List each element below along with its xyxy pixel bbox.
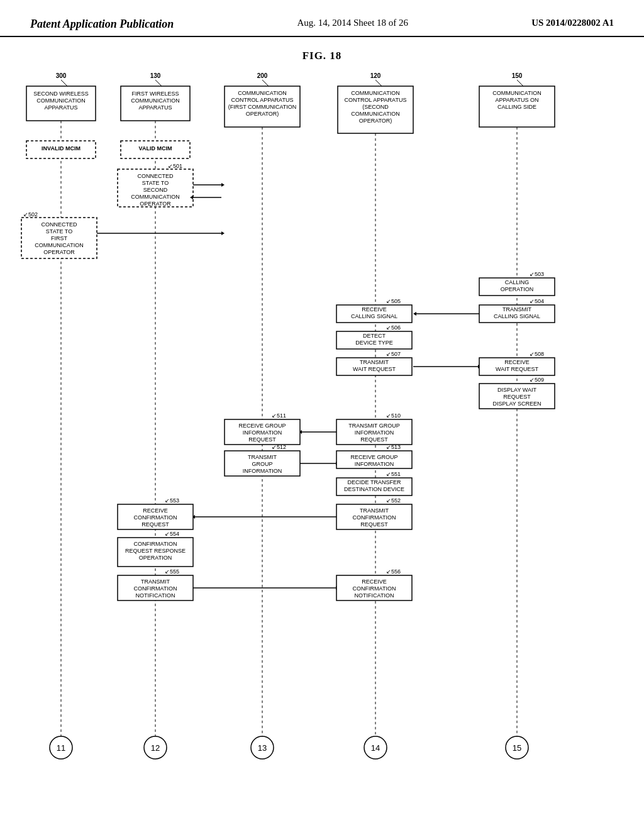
svg-text:FIRST: FIRST xyxy=(51,235,68,241)
svg-text:RECEIVE: RECEIVE xyxy=(362,578,387,585)
svg-text:300: 300 xyxy=(56,72,67,79)
svg-text:TRANSMIT: TRANSMIT xyxy=(360,507,389,514)
sheet-info: Aug. 14, 2014 Sheet 18 of 26 xyxy=(297,18,408,28)
svg-text:↙553: ↙553 xyxy=(165,497,179,504)
svg-text:200: 200 xyxy=(257,72,268,79)
svg-text:TRANSMIT: TRANSMIT xyxy=(248,454,277,460)
svg-text:STATE TO: STATE TO xyxy=(142,180,169,186)
svg-text:↙513: ↙513 xyxy=(386,444,401,450)
page-header: Patent Application Publication Aug. 14, … xyxy=(0,0,644,37)
svg-text:DISPLAY SCREEN: DISPLAY SCREEN xyxy=(492,401,541,407)
svg-text:COMMUNICATION: COMMUNICATION xyxy=(131,97,179,104)
svg-text:↙504: ↙504 xyxy=(530,298,544,304)
svg-marker-66 xyxy=(413,312,416,316)
svg-text:COMMUNICATION: COMMUNICATION xyxy=(351,111,399,117)
svg-text:↙506: ↙506 xyxy=(386,324,401,331)
figure-label: FIG. 18 xyxy=(20,50,624,62)
svg-text:↙510: ↙510 xyxy=(386,412,401,419)
svg-text:COMMUNICATION: COMMUNICATION xyxy=(131,194,179,200)
svg-text:↙551: ↙551 xyxy=(386,471,401,477)
svg-text:CONFIRMATION: CONFIRMATION xyxy=(134,514,177,521)
svg-text:OPERATION: OPERATION xyxy=(501,286,533,292)
svg-text:GROUP: GROUP xyxy=(252,461,272,467)
svg-text:TRANSMIT: TRANSMIT xyxy=(141,578,170,585)
svg-text:DISPLAY WAIT: DISPLAY WAIT xyxy=(497,387,536,393)
svg-text:DEVICE TYPE: DEVICE TYPE xyxy=(355,340,392,346)
svg-text:TRANSMIT GROUP: TRANSMIT GROUP xyxy=(348,423,399,429)
patent-number: US 2014/0228002 A1 xyxy=(531,18,614,28)
svg-text:TRANSMIT: TRANSMIT xyxy=(502,306,532,313)
svg-text:11: 11 xyxy=(57,743,65,753)
svg-text:CONFIRMATION: CONFIRMATION xyxy=(134,585,177,592)
svg-text:CALLING SIGNAL: CALLING SIGNAL xyxy=(494,313,540,319)
svg-marker-56 xyxy=(221,231,225,235)
svg-text:↙552: ↙552 xyxy=(386,497,401,504)
svg-text:↙556: ↙556 xyxy=(386,568,401,575)
diagram-area: FIG. 18 300 SECOND WIRELESS COMMUNICATIO… xyxy=(20,50,624,779)
svg-text:(SECOND: (SECOND xyxy=(362,104,389,110)
svg-text:COMMUNICATION: COMMUNICATION xyxy=(36,97,85,104)
svg-text:RECEIVE: RECEIVE xyxy=(504,359,530,365)
svg-text:DETECT: DETECT xyxy=(363,333,386,339)
svg-text:REQUEST: REQUEST xyxy=(360,521,388,528)
svg-text:12: 12 xyxy=(151,743,160,753)
svg-text:OPERATION: OPERATION xyxy=(139,555,172,561)
svg-text:RECEIVE GROUP: RECEIVE GROUP xyxy=(238,423,286,429)
svg-text:OPERATOR): OPERATOR) xyxy=(246,111,279,117)
svg-text:APPARATUS ON: APPARATUS ON xyxy=(495,97,538,103)
svg-text:(FIRST COMMUNICATION: (FIRST COMMUNICATION xyxy=(228,104,297,110)
svg-text:↙508: ↙508 xyxy=(530,351,544,357)
svg-text:OPERATOR): OPERATOR) xyxy=(359,118,392,124)
svg-text:NOTIFICATION: NOTIFICATION xyxy=(355,592,394,599)
svg-text:CALLING SIDE: CALLING SIDE xyxy=(497,104,536,110)
diagram-svg: 300 SECOND WIRELESS COMMUNICATION APPARA… xyxy=(20,69,624,779)
svg-text:CONNECTED: CONNECTED xyxy=(41,221,77,228)
svg-text:↙507: ↙507 xyxy=(386,351,401,357)
svg-text:13: 13 xyxy=(258,743,267,753)
svg-text:↙511: ↙511 xyxy=(272,412,286,419)
svg-text:CONTROL APPARATUS: CONTROL APPARATUS xyxy=(345,97,407,103)
svg-text:REQUEST: REQUEST xyxy=(503,394,531,400)
svg-text:14: 14 xyxy=(371,743,380,753)
svg-text:COMMUNICATION: COMMUNICATION xyxy=(351,90,399,96)
svg-marker-45 xyxy=(221,183,225,187)
svg-text:DESTINATION DEVICE: DESTINATION DEVICE xyxy=(344,486,404,492)
svg-text:INFORMATION: INFORMATION xyxy=(243,468,282,474)
svg-text:OPERATOR: OPERATOR xyxy=(140,201,171,207)
svg-text:RECEIVE: RECEIVE xyxy=(143,507,168,514)
svg-text:15: 15 xyxy=(513,743,521,753)
svg-text:STATE TO: STATE TO xyxy=(46,228,72,235)
svg-text:↙505: ↙505 xyxy=(386,298,401,304)
svg-text:NOTIFICATION: NOTIFICATION xyxy=(136,592,175,599)
svg-text:WAIT REQUEST: WAIT REQUEST xyxy=(496,366,539,372)
svg-text:VALID MCIM: VALID MCIM xyxy=(139,145,172,152)
svg-text:INFORMATION: INFORMATION xyxy=(355,461,394,467)
svg-text:OPERATOR: OPERATOR xyxy=(43,249,75,255)
svg-text:SECOND WIRELESS: SECOND WIRELESS xyxy=(33,91,89,97)
svg-text:APPARATUS: APPARATUS xyxy=(138,104,172,111)
svg-text:REQUEST RESPONSE: REQUEST RESPONSE xyxy=(125,548,186,554)
svg-text:CALLING SIGNAL: CALLING SIGNAL xyxy=(351,313,397,319)
svg-text:CALLING: CALLING xyxy=(505,279,530,285)
svg-text:↙502: ↙502 xyxy=(23,211,38,218)
svg-text:RECEIVE: RECEIVE xyxy=(362,306,387,313)
svg-text:FIRST WIRELESS: FIRST WIRELESS xyxy=(132,91,179,97)
svg-text:REQUEST: REQUEST xyxy=(248,436,276,443)
svg-text:CONFIRMATION: CONFIRMATION xyxy=(134,541,177,547)
svg-text:CONNECTED: CONNECTED xyxy=(137,173,174,179)
svg-text:120: 120 xyxy=(370,72,381,79)
svg-text:REQUEST: REQUEST xyxy=(142,521,169,528)
svg-text:TRANSMIT: TRANSMIT xyxy=(360,359,389,365)
svg-text:150: 150 xyxy=(512,72,523,79)
svg-text:CONFIRMATION: CONFIRMATION xyxy=(353,514,396,521)
page: Patent Application Publication Aug. 14, … xyxy=(0,0,644,830)
svg-text:REQUEST: REQUEST xyxy=(360,436,388,443)
svg-text:↙509: ↙509 xyxy=(530,377,544,383)
svg-text:↙501: ↙501 xyxy=(168,163,182,169)
svg-text:SECOND: SECOND xyxy=(143,187,168,193)
svg-text:CONFIRMATION: CONFIRMATION xyxy=(353,585,396,592)
svg-text:↙555: ↙555 xyxy=(165,568,179,575)
svg-text:↙503: ↙503 xyxy=(530,271,544,277)
svg-text:RECEIVE GROUP: RECEIVE GROUP xyxy=(350,454,397,460)
svg-text:DECIDE TRANSFER: DECIDE TRANSFER xyxy=(348,479,401,485)
